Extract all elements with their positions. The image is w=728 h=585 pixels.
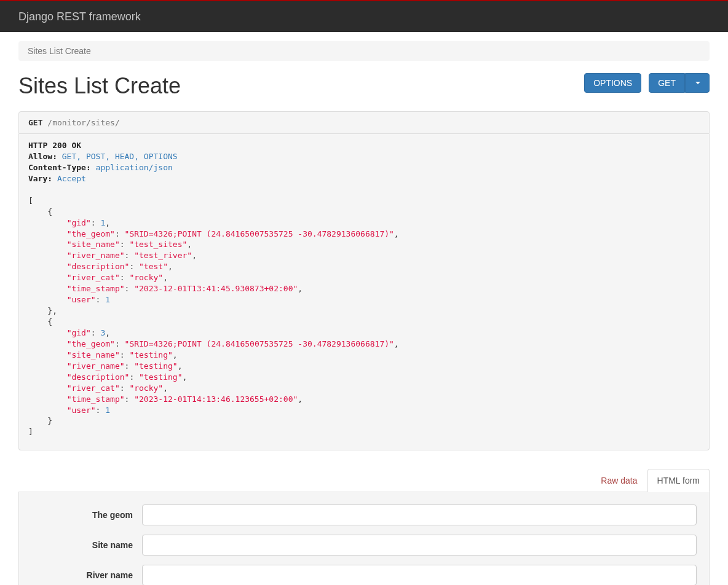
- form-input[interactable]: [142, 505, 697, 525]
- page-title: Sites List Create: [18, 73, 181, 99]
- navbar: Django REST framework: [0, 1, 728, 32]
- get-dropdown-toggle[interactable]: [685, 73, 710, 93]
- tab-raw-data[interactable]: Raw data: [591, 469, 647, 492]
- response-block: HTTP 200 OK Allow: GET, POST, HEAD, OPTI…: [18, 134, 710, 450]
- breadcrumb: Sites List Create: [18, 41, 710, 61]
- form-label: The geom: [31, 510, 142, 520]
- form-tabs: Raw data HTML form: [18, 469, 710, 492]
- request-line: GET /monitor/sites/: [18, 111, 710, 134]
- get-button[interactable]: GET: [649, 73, 685, 93]
- options-button[interactable]: OPTIONS: [584, 73, 641, 93]
- form-group: River name: [31, 565, 697, 585]
- form-group: The geom: [31, 505, 697, 525]
- response-pre: HTTP 200 OK Allow: GET, POST, HEAD, OPTI…: [28, 140, 700, 438]
- form-input[interactable]: [142, 565, 697, 585]
- request-method: GET: [28, 118, 42, 127]
- form-label: Site name: [31, 540, 142, 550]
- request-path: /monitor/sites/: [47, 118, 119, 127]
- brand-link[interactable]: Django REST framework: [18, 10, 141, 23]
- get-button-group: GET: [649, 73, 710, 93]
- breadcrumb-item[interactable]: Sites List Create: [28, 46, 91, 56]
- form-label: River name: [31, 570, 142, 580]
- caret-down-icon: [695, 82, 700, 84]
- html-form-panel: The geomSite nameRiver name: [18, 492, 710, 585]
- form-input[interactable]: [142, 535, 697, 556]
- form-group: Site name: [31, 535, 697, 556]
- tab-html-form[interactable]: HTML form: [647, 469, 710, 492]
